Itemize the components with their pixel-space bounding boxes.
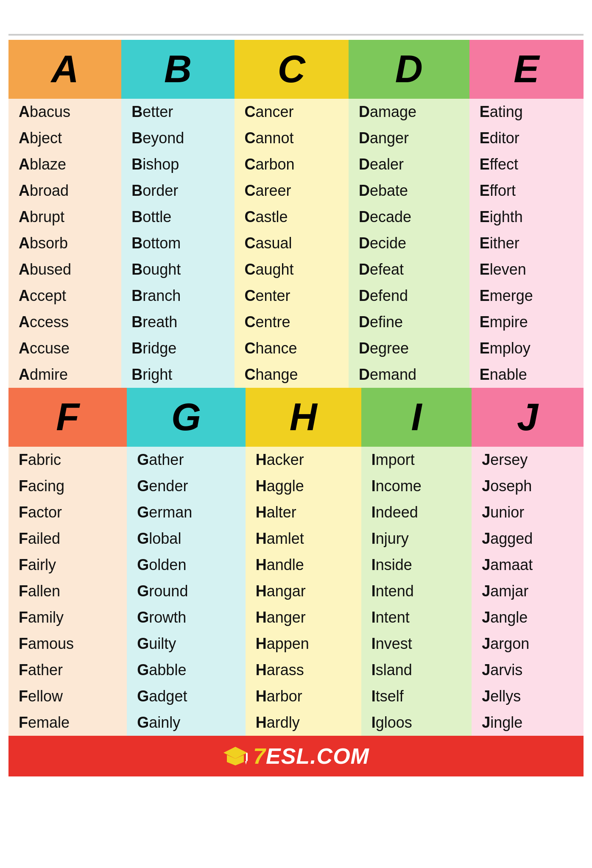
- word-cell: Golden: [127, 552, 245, 578]
- word-cell: Harass: [246, 657, 361, 683]
- header-row-ae: A B C D E: [8, 40, 584, 99]
- word-cell: Employ: [469, 335, 584, 362]
- word-cell: Global: [127, 526, 245, 552]
- word-cell: Eleven: [469, 256, 584, 283]
- word-cell: Gadget: [127, 683, 245, 709]
- header-row-fj: F G H I J: [8, 388, 584, 447]
- word-cell: Career: [235, 178, 349, 204]
- word-cell: Inside: [361, 552, 472, 578]
- word-cell: Jersey: [472, 447, 584, 473]
- word-cell: Gainly: [127, 709, 245, 736]
- word-cell: Hacker: [246, 447, 361, 473]
- word-first-letter: F: [19, 714, 28, 731]
- word-cell: Either: [469, 230, 584, 256]
- page-wrapper: A B C D E AbacusBetterCancerDamageEating…: [0, 0, 592, 776]
- word-cell: Debate: [349, 178, 469, 204]
- word-cell: Fellow: [8, 683, 127, 709]
- header-i: I: [361, 388, 472, 447]
- word-cell: German: [127, 499, 245, 526]
- word-first-letter: F: [19, 661, 28, 679]
- word-first-letter: G: [137, 451, 149, 468]
- word-cell: Bottom: [121, 230, 234, 256]
- divider: [8, 34, 584, 36]
- word-cell: Danger: [349, 125, 469, 151]
- word-first-letter: G: [137, 477, 149, 495]
- word-cell: Cannot: [235, 125, 349, 151]
- word-cell: Jamjar: [472, 578, 584, 604]
- word-cell: Bought: [121, 256, 234, 283]
- word-cell: Female: [8, 709, 127, 736]
- word-first-letter: G: [137, 556, 149, 573]
- word-cell: Jagged: [472, 526, 584, 552]
- word-cell: Ground: [127, 578, 245, 604]
- word-first-letter: A: [19, 313, 30, 331]
- word-cell: Family: [8, 604, 127, 631]
- header-f: F: [8, 388, 127, 447]
- word-cell: Abroad: [8, 178, 121, 204]
- word-cell: Bishop: [121, 151, 234, 178]
- word-first-letter: B: [131, 129, 142, 147]
- word-first-letter: I: [371, 504, 376, 521]
- footer-logo: 7ESL.COM: [223, 743, 369, 769]
- word-first-letter: G: [137, 714, 149, 731]
- word-row: FatherGabbleHarassIslandJarvis: [8, 657, 584, 683]
- word-cell: Border: [121, 178, 234, 204]
- word-first-letter: I: [371, 451, 376, 468]
- word-first-letter: F: [19, 582, 28, 600]
- word-cell: Castle: [235, 204, 349, 230]
- word-first-letter: G: [137, 661, 149, 679]
- word-cell: Bottle: [121, 204, 234, 230]
- word-cell: Facing: [8, 473, 127, 499]
- word-cell: Fallen: [8, 578, 127, 604]
- word-first-letter: H: [256, 582, 267, 600]
- word-cell: Abject: [8, 125, 121, 151]
- word-cell: Breath: [121, 309, 234, 335]
- word-first-letter: J: [482, 556, 490, 573]
- word-cell: Editor: [469, 125, 584, 151]
- word-first-letter: H: [256, 556, 267, 573]
- word-cell: Halter: [246, 499, 361, 526]
- word-cell: Harbor: [246, 683, 361, 709]
- word-first-letter: F: [19, 451, 28, 468]
- word-first-letter: J: [482, 582, 490, 600]
- word-first-letter: F: [19, 556, 28, 573]
- word-row: FemaleGainlyHardlyIgloosJingle: [8, 709, 584, 736]
- word-first-letter: B: [131, 208, 142, 225]
- header-h: H: [246, 388, 361, 447]
- word-cell: Cancer: [235, 99, 349, 125]
- word-row: FactorGermanHalterIndeedJunior: [8, 499, 584, 526]
- word-cell: Enable: [469, 362, 584, 388]
- word-cell: Effect: [469, 151, 584, 178]
- word-first-letter: H: [256, 661, 267, 679]
- word-first-letter: D: [359, 156, 370, 173]
- word-cell: Junior: [472, 499, 584, 526]
- header-g: G: [127, 388, 245, 447]
- word-cell: Jangle: [472, 604, 584, 631]
- word-first-letter: B: [131, 313, 142, 331]
- header-c: C: [235, 40, 349, 99]
- word-cell: Hanger: [246, 604, 361, 631]
- word-first-letter: B: [131, 182, 142, 199]
- word-first-letter: C: [245, 234, 256, 252]
- word-cell: Abacus: [8, 99, 121, 125]
- word-first-letter: A: [19, 366, 30, 383]
- svg-rect-2: [246, 753, 248, 761]
- word-first-letter: A: [19, 129, 30, 147]
- header-d: D: [349, 40, 469, 99]
- word-first-letter: C: [245, 339, 256, 357]
- word-first-letter: C: [245, 261, 256, 278]
- word-row: FailedGlobalHamletInjuryJagged: [8, 526, 584, 552]
- word-first-letter: E: [480, 313, 490, 331]
- word-row: FabricGatherHackerImportJersey: [8, 447, 584, 473]
- word-cell: Gather: [127, 447, 245, 473]
- word-first-letter: E: [480, 339, 490, 357]
- word-cell: Haggle: [246, 473, 361, 499]
- word-first-letter: D: [359, 208, 370, 225]
- word-cell: Beyond: [121, 125, 234, 151]
- word-first-letter: B: [131, 287, 142, 304]
- word-cell: Income: [361, 473, 472, 499]
- word-cell: Igloos: [361, 709, 472, 736]
- word-row: AblazeBishopCarbonDealerEffect: [8, 151, 584, 178]
- word-cell: Indeed: [361, 499, 472, 526]
- word-first-letter: J: [482, 661, 490, 679]
